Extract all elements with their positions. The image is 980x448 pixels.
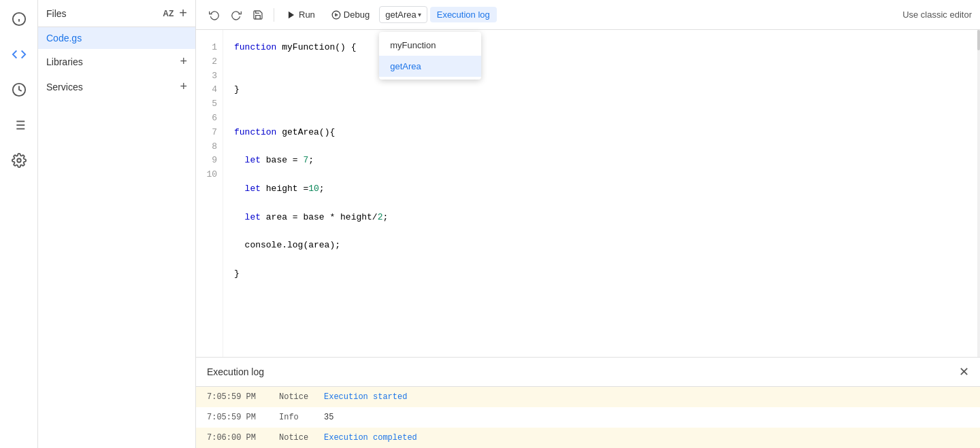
dropdown-item-myfunction[interactable]: myFunction: [379, 35, 481, 56]
sidebar-header-actions: AZ +: [163, 5, 187, 21]
log-row-1: 7:05:59 PM Info 35: [196, 407, 980, 428]
run-button[interactable]: Run: [280, 7, 322, 22]
sidebar: Files AZ + Code.gs Libraries + Services …: [38, 0, 196, 448]
info-icon[interactable]: [7, 7, 31, 31]
execution-log-label: Execution log: [437, 10, 490, 20]
dropdown-item-getarea[interactable]: getArea: [379, 56, 481, 77]
files-title: Files: [46, 8, 67, 19]
sidebar-item-libraries[interactable]: Libraries +: [38, 49, 195, 74]
code-gs-label: Code.gs: [46, 33, 82, 44]
gear-icon[interactable]: [7, 148, 31, 173]
libraries-label: Libraries: [46, 56, 83, 67]
execution-log-button[interactable]: Execution log: [430, 7, 497, 22]
function-selector[interactable]: getArea ▾: [379, 6, 427, 23]
add-service-button[interactable]: +: [180, 80, 187, 94]
add-library-button[interactable]: +: [180, 54, 187, 69]
redo-button[interactable]: [226, 5, 246, 25]
log-level-2: Notice: [279, 433, 313, 443]
list-icon[interactable]: [7, 113, 31, 137]
svg-point-10: [17, 158, 21, 162]
svg-marker-11: [289, 11, 294, 18]
svg-point-12: [332, 11, 340, 19]
execution-log-header: Execution log ✕: [196, 358, 980, 387]
sidebar-item-services[interactable]: Services +: [38, 74, 195, 99]
services-label: Services: [46, 82, 83, 92]
sort-icon[interactable]: AZ: [163, 9, 174, 18]
undo-redo-group: [204, 5, 268, 25]
log-time-0: 7:05:59 PM: [207, 392, 268, 402]
execution-log-title: Execution log: [207, 366, 264, 377]
undo-button[interactable]: [204, 5, 225, 25]
sidebar-item-code-gs[interactable]: Code.gs: [38, 27, 195, 49]
icon-bar: [0, 0, 38, 448]
debug-button[interactable]: Debug: [325, 7, 376, 22]
scrollbar-track: [977, 30, 980, 357]
scrollbar-thumb[interactable]: [977, 30, 980, 50]
log-time-2: 7:06:00 PM: [207, 433, 268, 443]
save-button[interactable]: [248, 5, 268, 25]
log-message-1: 35: [324, 413, 333, 422]
editor-area: 1 2 3 4 5 6 7 8 9 10 function myFunction…: [196, 30, 980, 357]
close-execution-log-button[interactable]: ✕: [959, 364, 969, 379]
run-label: Run: [299, 10, 315, 20]
toolbar-divider-1: [274, 8, 274, 22]
toolbar: Run Debug getArea ▾ myFunction getArea E…: [196, 0, 980, 30]
selected-function-label: getArea: [385, 10, 416, 20]
code-editor[interactable]: function myFunction() { } function getAr…: [223, 30, 980, 357]
classic-editor-link[interactable]: Use classic editor: [902, 10, 972, 20]
clock-icon[interactable]: [7, 77, 31, 102]
dropdown-arrow-icon: ▾: [418, 11, 421, 18]
line-numbers: 1 2 3 4 5 6 7 8 9 10: [196, 30, 223, 357]
log-time-1: 7:05:59 PM: [207, 413, 268, 422]
main-area: Run Debug getArea ▾ myFunction getArea E…: [196, 0, 980, 448]
code-icon[interactable]: [7, 42, 31, 67]
log-level-0: Notice: [279, 392, 313, 402]
log-row-0: 7:05:59 PM Notice Execution started: [196, 387, 980, 407]
add-file-button[interactable]: +: [179, 5, 187, 21]
log-row-2: 7:06:00 PM Notice Execution completed: [196, 428, 980, 448]
function-dropdown: myFunction getArea: [379, 32, 481, 80]
log-message-2: Execution completed: [324, 433, 417, 443]
debug-label: Debug: [344, 10, 370, 20]
log-level-1: Info: [279, 413, 313, 422]
function-selector-wrapper: getArea ▾ myFunction getArea: [379, 6, 427, 23]
execution-log-panel: Execution log ✕ 7:05:59 PM Notice Execut…: [196, 357, 980, 448]
sidebar-header: Files AZ +: [38, 0, 195, 27]
log-message-0: Execution started: [324, 392, 407, 402]
